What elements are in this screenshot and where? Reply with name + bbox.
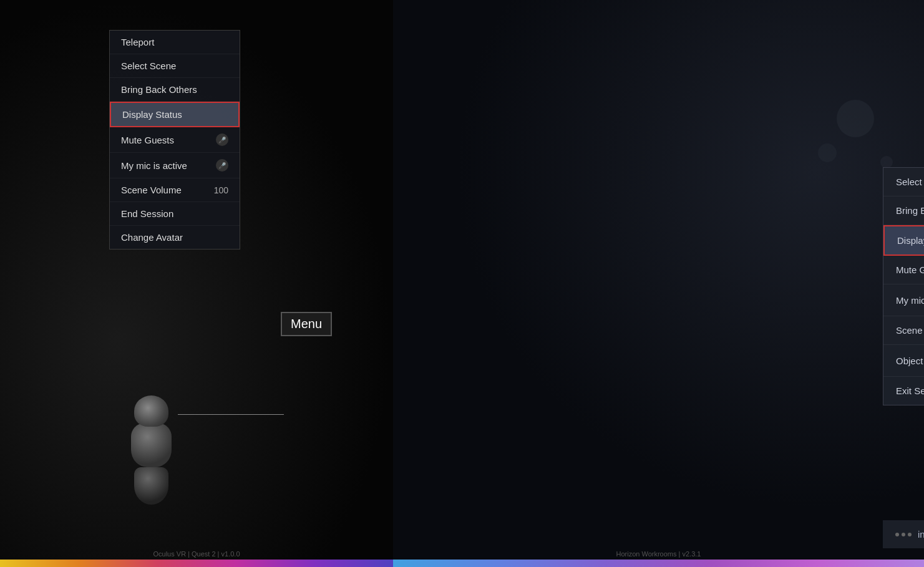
left-menu-item-label-teleport: Teleport bbox=[121, 37, 154, 47]
right-scene-background bbox=[393, 0, 924, 567]
right-menu-item-label-scene-volume: Scene Volume bbox=[896, 325, 924, 336]
left-menu-item-label-mute-guests: Mute Guests bbox=[121, 135, 174, 145]
avatar-body bbox=[131, 395, 172, 505]
bottom-text-left: Oculus VR | Quest 2 | v1.0.0 bbox=[0, 550, 393, 558]
left-menu-item-my-mic-active[interactable]: My mic is active🎤 bbox=[110, 153, 240, 178]
bottom-color-bar-right bbox=[393, 560, 924, 567]
bottom-color-bar-left bbox=[0, 560, 393, 567]
right-menu-item-label-bring-back-others: Bring Back Others bbox=[896, 205, 924, 216]
mic-icon-mute-guests: 🎤 bbox=[216, 133, 228, 146]
status-dot-1 bbox=[895, 533, 899, 536]
status-dot-3 bbox=[908, 533, 912, 536]
left-menu-item-label-select-scene: Select Scene bbox=[121, 61, 176, 71]
right-menu-item-bring-back-others[interactable]: Bring Back Others bbox=[883, 196, 924, 225]
status-text: in session bbox=[918, 529, 924, 540]
right-menu-item-object-sync[interactable]: Object Sync (Experimental) bbox=[883, 345, 924, 377]
left-menu-item-label-change-avatar: Change Avatar bbox=[121, 232, 183, 243]
right-menu-item-label-select-scene: Select Scene bbox=[896, 177, 924, 187]
right-menu-item-label-my-mic-muted: My mic is muted bbox=[896, 295, 924, 306]
left-panel: TeleportSelect SceneBring Back OthersDis… bbox=[0, 0, 393, 567]
left-menu-item-label-my-mic-active: My mic is active bbox=[121, 160, 187, 171]
status-dot-2 bbox=[902, 533, 905, 536]
right-menu-item-mute-guests[interactable]: Mute Guests bbox=[883, 256, 924, 284]
left-menu-item-mute-guests[interactable]: Mute Guests🎤 bbox=[110, 127, 240, 153]
right-menu-item-exit-session[interactable]: Exit Session bbox=[883, 377, 924, 405]
left-menu-item-select-scene[interactable]: Select Scene bbox=[110, 54, 240, 78]
right-menu-item-display-status[interactable]: Display Status› bbox=[883, 225, 924, 256]
left-context-menu: TeleportSelect SceneBring Back OthersDis… bbox=[109, 30, 240, 250]
right-panel: Select Scene›Bring Back OthersDisplay St… bbox=[393, 0, 924, 567]
right-menu-item-label-display-status: Display Status bbox=[897, 235, 924, 246]
left-menu-item-teleport[interactable]: Teleport bbox=[110, 31, 240, 54]
left-menu-item-display-status[interactable]: Display Status bbox=[110, 102, 240, 127]
right-menu-item-select-scene[interactable]: Select Scene› bbox=[883, 168, 924, 196]
bottom-text-right: Horizon Workrooms | v2.3.1 bbox=[393, 550, 924, 558]
right-menu-item-label-object-sync: Object Sync (Experimental) bbox=[896, 356, 924, 366]
right-menu-item-my-mic-muted[interactable]: My mic is muted🔇 bbox=[883, 284, 924, 316]
left-menu-item-value-scene-volume: 100 bbox=[214, 185, 228, 195]
left-menu-item-change-avatar[interactable]: Change Avatar bbox=[110, 226, 240, 249]
left-menu-item-label-scene-volume: Scene Volume bbox=[121, 185, 182, 195]
left-menu-item-end-session[interactable]: End Session bbox=[110, 202, 240, 226]
left-menu-item-label-display-status: Display Status bbox=[122, 109, 182, 120]
avatar-container bbox=[131, 395, 172, 505]
menu-connection-line bbox=[178, 414, 284, 415]
left-menu-item-bring-back-others[interactable]: Bring Back Others bbox=[110, 78, 240, 102]
right-menu-item-label-exit-session: Exit Session bbox=[896, 385, 924, 396]
right-context-menu: Select Scene›Bring Back OthersDisplay St… bbox=[883, 167, 924, 405]
left-menu-item-label-end-session: End Session bbox=[121, 208, 173, 219]
avatar-head bbox=[134, 395, 168, 427]
right-menu-item-scene-volume[interactable]: Scene Volume bbox=[883, 316, 924, 345]
avatar-lower bbox=[134, 467, 168, 505]
status-dots bbox=[895, 533, 912, 536]
avatar-torso bbox=[131, 424, 172, 467]
mic-icon-my-mic-active: 🎤 bbox=[216, 159, 228, 172]
right-menu-item-label-mute-guests: Mute Guests bbox=[896, 264, 924, 275]
left-menu-item-scene-volume[interactable]: Scene Volume100 bbox=[110, 178, 240, 202]
status-bar: in session bbox=[883, 520, 924, 548]
menu-label[interactable]: Menu bbox=[281, 312, 332, 336]
left-menu-item-label-bring-back-others: Bring Back Others bbox=[121, 84, 197, 95]
